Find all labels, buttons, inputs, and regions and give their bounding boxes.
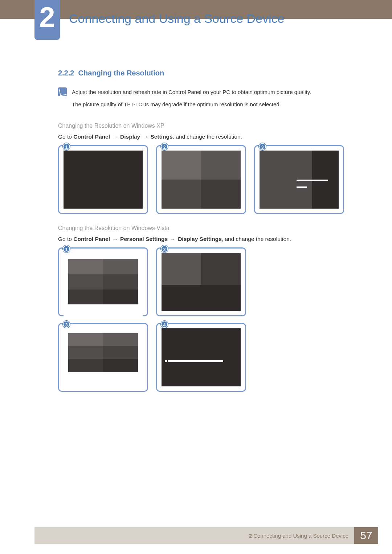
section-number: 2.2.2 bbox=[58, 69, 74, 77]
step-badge: 4 bbox=[161, 321, 168, 328]
note-line-2: The picture quality of TFT-LCDs may degr… bbox=[72, 100, 311, 109]
arrow-icon: → bbox=[170, 236, 176, 242]
page-number: 57 bbox=[354, 527, 378, 544]
thumb-image bbox=[260, 151, 339, 209]
page-footer: 2 Connecting and Using a Source Device 5… bbox=[34, 527, 378, 544]
vista-thumbnails: 1 2 3 4 bbox=[58, 247, 356, 392]
step-badge: 3 bbox=[259, 143, 266, 150]
path-control-panel: Control Panel bbox=[73, 236, 110, 242]
step-badge: 1 bbox=[63, 245, 70, 253]
step-badge: 1 bbox=[63, 143, 70, 150]
path-personal-settings: Personal Settings bbox=[120, 236, 168, 242]
thumb-image bbox=[64, 328, 143, 386]
thumb-image bbox=[162, 328, 241, 386]
footer-chapter-title: Connecting and Using a Source Device bbox=[253, 533, 348, 539]
xp-thumb-2: 2 bbox=[156, 145, 246, 214]
footer-bar bbox=[34, 527, 243, 544]
vista-subtitle: Changing the Resolution on Windows Vista bbox=[58, 225, 356, 231]
chapter-number-badge: 2 bbox=[34, 0, 60, 40]
text: , and change the resolution. bbox=[173, 134, 242, 140]
step-badge: 2 bbox=[161, 143, 168, 150]
xp-instruction: Go to Control Panel → Display → Settings… bbox=[58, 134, 356, 140]
note-block: Adjust the resolution and refresh rate i… bbox=[58, 87, 356, 112]
path-settings: Settings bbox=[150, 134, 172, 140]
note-line-1: Adjust the resolution and refresh rate i… bbox=[72, 87, 311, 97]
page-content: 2.2.2 Changing the Resolution Adjust the… bbox=[58, 69, 356, 403]
vista-thumb-1: 1 bbox=[58, 247, 148, 316]
path-display-settings: Display Settings bbox=[178, 236, 222, 242]
vista-thumb-4: 4 bbox=[156, 323, 246, 392]
note-text: Adjust the resolution and refresh rate i… bbox=[72, 87, 311, 112]
xp-subtitle: Changing the Resolution on Windows XP bbox=[58, 123, 356, 129]
arrow-icon: → bbox=[143, 134, 148, 140]
step-badge: 2 bbox=[161, 245, 168, 253]
section-heading: 2.2.2 Changing the Resolution bbox=[58, 69, 356, 77]
thumb-image bbox=[162, 253, 241, 311]
footer-chapter-label: 2 Connecting and Using a Source Device bbox=[243, 527, 354, 544]
arrow-icon: → bbox=[112, 134, 118, 140]
path-control-panel: Control Panel bbox=[73, 134, 110, 140]
text: Go to bbox=[58, 134, 73, 140]
thumb-image bbox=[64, 259, 143, 317]
vista-thumb-2: 2 bbox=[156, 247, 246, 316]
chapter-title: Connecting and Using a Source Device bbox=[69, 12, 284, 26]
thumb-image bbox=[162, 151, 241, 209]
vista-thumb-3: 3 bbox=[58, 323, 148, 392]
vista-instruction: Go to Control Panel → Personal Settings … bbox=[58, 236, 356, 242]
footer-chapter-number: 2 bbox=[249, 533, 252, 539]
xp-thumb-3: 3 bbox=[254, 145, 344, 214]
note-icon bbox=[58, 87, 67, 96]
xp-thumbnails: 1 2 3 bbox=[58, 145, 356, 214]
step-badge: 3 bbox=[63, 321, 70, 328]
thumb-image bbox=[64, 151, 143, 209]
text: Go to bbox=[58, 236, 73, 242]
text: , and change the resolution. bbox=[222, 236, 291, 242]
path-display: Display bbox=[120, 134, 140, 140]
xp-thumb-1: 1 bbox=[58, 145, 148, 214]
section-title: Changing the Resolution bbox=[78, 69, 164, 77]
arrow-icon: → bbox=[112, 236, 118, 242]
